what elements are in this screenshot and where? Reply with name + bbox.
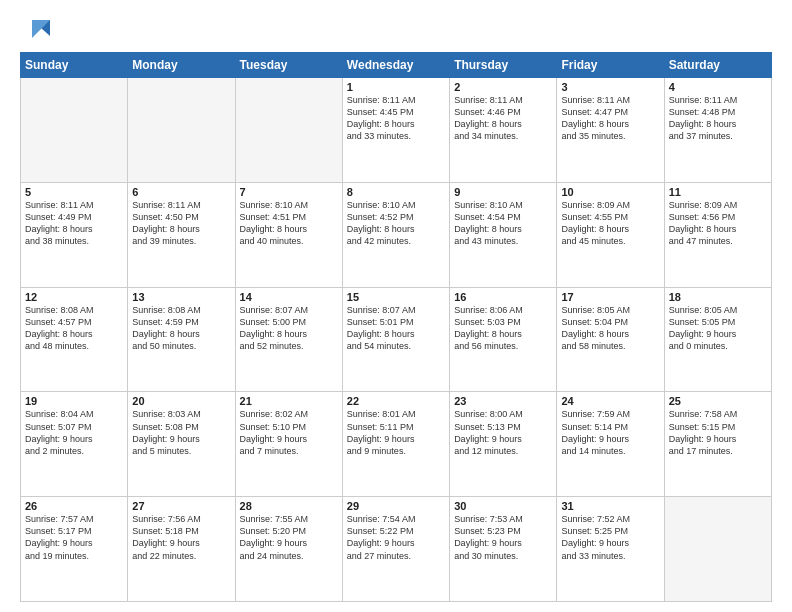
calendar-cell: 22Sunrise: 8:01 AM Sunset: 5:11 PM Dayli…	[342, 392, 449, 497]
day-number: 6	[132, 186, 230, 198]
day-info: Sunrise: 7:53 AM Sunset: 5:23 PM Dayligh…	[454, 513, 552, 562]
day-number: 28	[240, 500, 338, 512]
day-number: 30	[454, 500, 552, 512]
week-row-2: 12Sunrise: 8:08 AM Sunset: 4:57 PM Dayli…	[21, 287, 772, 392]
calendar-cell: 11Sunrise: 8:09 AM Sunset: 4:56 PM Dayli…	[664, 182, 771, 287]
day-number: 17	[561, 291, 659, 303]
calendar-cell: 24Sunrise: 7:59 AM Sunset: 5:14 PM Dayli…	[557, 392, 664, 497]
week-row-3: 19Sunrise: 8:04 AM Sunset: 5:07 PM Dayli…	[21, 392, 772, 497]
calendar-cell: 25Sunrise: 7:58 AM Sunset: 5:15 PM Dayli…	[664, 392, 771, 497]
calendar-cell	[128, 78, 235, 183]
calendar-cell: 29Sunrise: 7:54 AM Sunset: 5:22 PM Dayli…	[342, 497, 449, 602]
logo	[20, 16, 50, 44]
day-info: Sunrise: 8:08 AM Sunset: 4:57 PM Dayligh…	[25, 304, 123, 353]
logo-icon	[22, 16, 50, 44]
day-number: 8	[347, 186, 445, 198]
calendar-cell: 26Sunrise: 7:57 AM Sunset: 5:17 PM Dayli…	[21, 497, 128, 602]
weekday-header-row: SundayMondayTuesdayWednesdayThursdayFrid…	[21, 53, 772, 78]
calendar-cell: 14Sunrise: 8:07 AM Sunset: 5:00 PM Dayli…	[235, 287, 342, 392]
day-number: 2	[454, 81, 552, 93]
calendar-cell: 5Sunrise: 8:11 AM Sunset: 4:49 PM Daylig…	[21, 182, 128, 287]
day-info: Sunrise: 8:11 AM Sunset: 4:47 PM Dayligh…	[561, 94, 659, 143]
day-info: Sunrise: 8:06 AM Sunset: 5:03 PM Dayligh…	[454, 304, 552, 353]
calendar-cell: 9Sunrise: 8:10 AM Sunset: 4:54 PM Daylig…	[450, 182, 557, 287]
week-row-1: 5Sunrise: 8:11 AM Sunset: 4:49 PM Daylig…	[21, 182, 772, 287]
day-number: 12	[25, 291, 123, 303]
calendar-cell: 30Sunrise: 7:53 AM Sunset: 5:23 PM Dayli…	[450, 497, 557, 602]
day-info: Sunrise: 8:11 AM Sunset: 4:45 PM Dayligh…	[347, 94, 445, 143]
weekday-header-monday: Monday	[128, 53, 235, 78]
weekday-header-friday: Friday	[557, 53, 664, 78]
day-number: 20	[132, 395, 230, 407]
day-info: Sunrise: 8:11 AM Sunset: 4:48 PM Dayligh…	[669, 94, 767, 143]
day-info: Sunrise: 8:11 AM Sunset: 4:49 PM Dayligh…	[25, 199, 123, 248]
day-number: 21	[240, 395, 338, 407]
day-info: Sunrise: 8:05 AM Sunset: 5:05 PM Dayligh…	[669, 304, 767, 353]
day-info: Sunrise: 7:54 AM Sunset: 5:22 PM Dayligh…	[347, 513, 445, 562]
calendar-cell: 20Sunrise: 8:03 AM Sunset: 5:08 PM Dayli…	[128, 392, 235, 497]
day-number: 31	[561, 500, 659, 512]
day-number: 26	[25, 500, 123, 512]
calendar-cell: 19Sunrise: 8:04 AM Sunset: 5:07 PM Dayli…	[21, 392, 128, 497]
calendar-cell: 1Sunrise: 8:11 AM Sunset: 4:45 PM Daylig…	[342, 78, 449, 183]
day-number: 13	[132, 291, 230, 303]
day-number: 7	[240, 186, 338, 198]
day-info: Sunrise: 8:01 AM Sunset: 5:11 PM Dayligh…	[347, 408, 445, 457]
day-number: 1	[347, 81, 445, 93]
calendar-cell: 6Sunrise: 8:11 AM Sunset: 4:50 PM Daylig…	[128, 182, 235, 287]
day-info: Sunrise: 7:57 AM Sunset: 5:17 PM Dayligh…	[25, 513, 123, 562]
day-info: Sunrise: 8:07 AM Sunset: 5:01 PM Dayligh…	[347, 304, 445, 353]
day-info: Sunrise: 8:07 AM Sunset: 5:00 PM Dayligh…	[240, 304, 338, 353]
calendar-cell: 13Sunrise: 8:08 AM Sunset: 4:59 PM Dayli…	[128, 287, 235, 392]
calendar-table: SundayMondayTuesdayWednesdayThursdayFrid…	[20, 52, 772, 602]
day-number: 14	[240, 291, 338, 303]
day-info: Sunrise: 8:09 AM Sunset: 4:56 PM Dayligh…	[669, 199, 767, 248]
calendar-cell: 4Sunrise: 8:11 AM Sunset: 4:48 PM Daylig…	[664, 78, 771, 183]
day-number: 11	[669, 186, 767, 198]
calendar-cell: 10Sunrise: 8:09 AM Sunset: 4:55 PM Dayli…	[557, 182, 664, 287]
day-number: 23	[454, 395, 552, 407]
day-number: 16	[454, 291, 552, 303]
day-info: Sunrise: 7:59 AM Sunset: 5:14 PM Dayligh…	[561, 408, 659, 457]
calendar-cell: 8Sunrise: 8:10 AM Sunset: 4:52 PM Daylig…	[342, 182, 449, 287]
calendar-cell: 27Sunrise: 7:56 AM Sunset: 5:18 PM Dayli…	[128, 497, 235, 602]
calendar-cell	[235, 78, 342, 183]
day-info: Sunrise: 8:03 AM Sunset: 5:08 PM Dayligh…	[132, 408, 230, 457]
day-number: 10	[561, 186, 659, 198]
day-info: Sunrise: 8:10 AM Sunset: 4:54 PM Dayligh…	[454, 199, 552, 248]
day-info: Sunrise: 8:11 AM Sunset: 4:50 PM Dayligh…	[132, 199, 230, 248]
day-info: Sunrise: 8:00 AM Sunset: 5:13 PM Dayligh…	[454, 408, 552, 457]
calendar-cell: 18Sunrise: 8:05 AM Sunset: 5:05 PM Dayli…	[664, 287, 771, 392]
day-number: 15	[347, 291, 445, 303]
calendar-cell: 16Sunrise: 8:06 AM Sunset: 5:03 PM Dayli…	[450, 287, 557, 392]
calendar-cell: 3Sunrise: 8:11 AM Sunset: 4:47 PM Daylig…	[557, 78, 664, 183]
day-number: 27	[132, 500, 230, 512]
calendar-cell: 15Sunrise: 8:07 AM Sunset: 5:01 PM Dayli…	[342, 287, 449, 392]
day-info: Sunrise: 8:10 AM Sunset: 4:51 PM Dayligh…	[240, 199, 338, 248]
week-row-4: 26Sunrise: 7:57 AM Sunset: 5:17 PM Dayli…	[21, 497, 772, 602]
day-number: 29	[347, 500, 445, 512]
weekday-header-sunday: Sunday	[21, 53, 128, 78]
day-info: Sunrise: 8:10 AM Sunset: 4:52 PM Dayligh…	[347, 199, 445, 248]
calendar-cell	[664, 497, 771, 602]
day-number: 22	[347, 395, 445, 407]
day-number: 24	[561, 395, 659, 407]
calendar-cell: 21Sunrise: 8:02 AM Sunset: 5:10 PM Dayli…	[235, 392, 342, 497]
calendar-cell: 17Sunrise: 8:05 AM Sunset: 5:04 PM Dayli…	[557, 287, 664, 392]
day-number: 5	[25, 186, 123, 198]
weekday-header-tuesday: Tuesday	[235, 53, 342, 78]
day-number: 3	[561, 81, 659, 93]
day-number: 9	[454, 186, 552, 198]
day-info: Sunrise: 8:05 AM Sunset: 5:04 PM Dayligh…	[561, 304, 659, 353]
day-number: 4	[669, 81, 767, 93]
calendar-cell: 28Sunrise: 7:55 AM Sunset: 5:20 PM Dayli…	[235, 497, 342, 602]
weekday-header-wednesday: Wednesday	[342, 53, 449, 78]
weekday-header-saturday: Saturday	[664, 53, 771, 78]
day-info: Sunrise: 8:09 AM Sunset: 4:55 PM Dayligh…	[561, 199, 659, 248]
calendar-cell	[21, 78, 128, 183]
calendar-cell: 31Sunrise: 7:52 AM Sunset: 5:25 PM Dayli…	[557, 497, 664, 602]
day-number: 19	[25, 395, 123, 407]
day-number: 18	[669, 291, 767, 303]
page: SundayMondayTuesdayWednesdayThursdayFrid…	[0, 0, 792, 612]
weekday-header-thursday: Thursday	[450, 53, 557, 78]
